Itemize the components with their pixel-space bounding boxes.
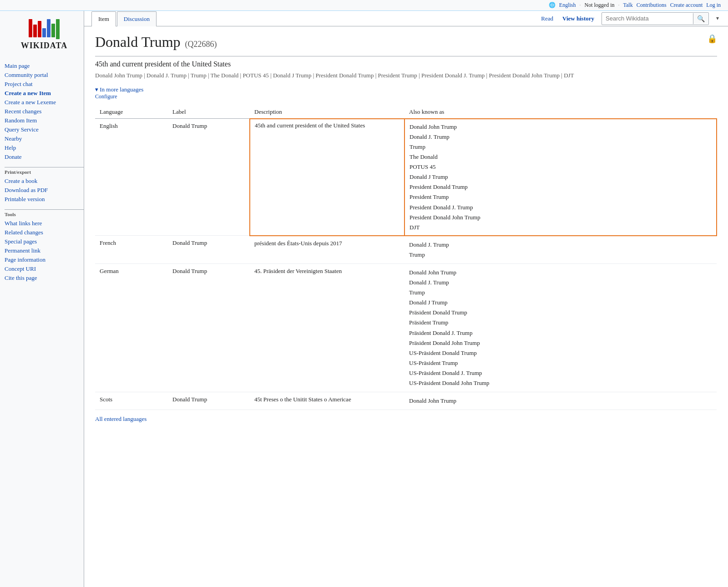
sidebar-item-nearby[interactable]: Nearby (5, 134, 84, 143)
sidebar-item-create-book[interactable]: Create a book (5, 177, 84, 186)
alias-item: Donald J Trump (409, 298, 712, 308)
search-button[interactable]: 🔍 (693, 13, 708, 24)
tabs-right: Read View history 🔍 ▾ (539, 11, 721, 26)
sidebar-item-related-changes[interactable]: Related changes (5, 228, 84, 237)
sidebar-logo: WIKIDATA (5, 15, 84, 54)
alias-item: Donald J. Trump (409, 278, 712, 288)
sidebar-item-page-information[interactable]: Page information (5, 255, 84, 264)
all-languages-link[interactable]: All entered languages (95, 415, 717, 423)
language-table: Language Label Description Also known as… (95, 106, 717, 410)
table-row: EnglishDonald Trump45th and current pres… (95, 119, 717, 236)
logo-bar-7 (56, 19, 60, 39)
also-known-as-cell: Donald J. TrumpTrump (404, 236, 717, 264)
alias-item: President Donald John Trump (410, 213, 712, 223)
top-bar: 🌐 English · Not logged in · Talk Contrib… (0, 0, 728, 11)
sidebar-item-random-item[interactable]: Random Item (5, 116, 84, 125)
table-row: GermanDonald Trump45. Präsident der Vere… (95, 264, 717, 392)
lang-cell: English (95, 119, 168, 236)
also-known-as-cell: Donald John Trump (404, 392, 717, 410)
sidebar-item-community-portal[interactable]: Community portal (5, 71, 84, 80)
col-label: Label (168, 106, 250, 119)
tab-bar: Item Discussion Read View history 🔍 ▾ (84, 11, 728, 26)
language-link[interactable]: English (559, 2, 576, 9)
alias-item: Trump (409, 288, 712, 298)
in-more-languages: ▾ In more languages Configure (95, 86, 717, 100)
sidebar-item-concept-uri[interactable]: Concept URI (5, 264, 84, 273)
alias-item: Präsident Trump (409, 318, 712, 328)
lang-cell: German (95, 264, 168, 392)
col-also-known-as: Also known as (404, 106, 717, 119)
sidebar-tools-section: Tools What links here Related changes Sp… (5, 209, 84, 283)
lang-cell: French (95, 236, 168, 264)
title-separator (95, 56, 717, 56)
logo-bar-3 (38, 21, 41, 37)
description-cell: 45th and current president of the United… (250, 119, 404, 236)
talk-link[interactable]: Talk (623, 2, 633, 9)
logo-bar-5 (47, 19, 51, 37)
log-in-link[interactable]: Log in (706, 2, 721, 9)
in-more-languages-link[interactable]: ▾ In more languages (95, 86, 143, 93)
sidebar-item-project-chat[interactable]: Project chat (5, 80, 84, 89)
tab-discussion[interactable]: Discussion (117, 11, 157, 26)
content: Item Discussion Read View history 🔍 ▾ (84, 11, 728, 587)
tab-view-history[interactable]: View history (561, 11, 596, 26)
sidebar-item-cite-page[interactable]: Cite this page (5, 273, 84, 283)
sidebar-item-special-pages[interactable]: Special pages (5, 237, 84, 246)
logo-bar-2 (33, 25, 37, 37)
label-cell: Donald Trump (168, 236, 250, 264)
lang-cell: Scots (95, 392, 168, 410)
description-cell: 45. Präsident der Vereinigten Staaten (250, 264, 404, 392)
alias-item: President Donald Trump (410, 182, 712, 192)
alias-item: POTUS 45 (410, 162, 712, 172)
article: Donald Trump (Q22686) 🔒 45th and current… (84, 26, 728, 430)
lock-icon: 🔒 (707, 34, 717, 44)
label-cell: Donald Trump (168, 264, 250, 392)
article-title-name: Donald Trump (95, 34, 181, 51)
description-cell: 45t Preses o the Unitit States o America… (250, 392, 404, 410)
sidebar-item-printable[interactable]: Printable version (5, 195, 84, 204)
dropdown-arrow[interactable]: ▾ (714, 15, 721, 22)
sidebar-item-create-new-item[interactable]: Create a new Item (5, 89, 84, 98)
tabs-left: Item Discussion (91, 11, 157, 26)
alias-item: President Donald J. Trump (410, 202, 712, 213)
logo-text: WIKIDATA (21, 41, 67, 51)
sidebar-item-donate[interactable]: Donate (5, 152, 84, 162)
also-known-as-cell: Donald John TrumpDonald J. TrumpTrumpDon… (404, 264, 717, 392)
label-cell: Donald Trump (168, 119, 250, 236)
search-box: 🔍 (602, 12, 709, 25)
sidebar-item-recent-changes[interactable]: Recent changes (5, 107, 84, 116)
sidebar-item-permanent-link[interactable]: Permanent link (5, 246, 84, 255)
sidebar-item-help[interactable]: Help (5, 143, 84, 152)
logo-bar-6 (51, 24, 55, 37)
sidebar-item-main-page[interactable]: Main page (5, 61, 84, 71)
top-bar-links: 🌐 English · Not logged in · Talk Contrib… (549, 2, 721, 9)
alias-item: US-Präsident Donald John Trump (409, 378, 712, 388)
sidebar-item-create-new-lexeme[interactable]: Create a new Lexeme (5, 98, 84, 107)
logo-bars (29, 19, 60, 39)
configure-link[interactable]: Configure (95, 93, 717, 100)
alias-item: US-Präsident Donald Trump (409, 348, 712, 358)
table-row: ScotsDonald Trump45t Preses o the Unitit… (95, 392, 717, 410)
tab-read[interactable]: Read (539, 11, 555, 26)
alias-item: Donald John Trump (410, 122, 712, 132)
wikidata-logo: WIKIDATA (8, 19, 80, 51)
description-cell: président des États-Unis depuis 2017 (250, 236, 404, 264)
alias-item: Donald John Trump (409, 396, 712, 406)
create-account-link[interactable]: Create account (670, 2, 703, 9)
not-logged-in: Not logged in (585, 2, 615, 9)
alias-item: Trump (410, 142, 712, 152)
label-cell: Donald Trump (168, 392, 250, 410)
sidebar-item-query-service[interactable]: Query Service (5, 125, 84, 134)
sidebar-item-download-pdf[interactable]: Download as PDF (5, 186, 84, 195)
alias-item: Präsident Donald Trump (409, 308, 712, 318)
layout: WIKIDATA Main page Community portal Proj… (0, 11, 728, 587)
alias-item: Präsident Donald John Trump (409, 338, 712, 348)
article-title: Donald Trump (Q22686) (95, 34, 217, 51)
search-input[interactable] (602, 13, 693, 24)
article-description: 45th and current president of the United… (95, 60, 717, 68)
sidebar-item-what-links-here[interactable]: What links here (5, 219, 84, 228)
tab-item[interactable]: Item (91, 11, 116, 26)
alias-item: US-Präsident Donald J. Trump (409, 368, 712, 378)
contributions-link[interactable]: Contributions (637, 2, 667, 9)
sidebar-print-section: Print/export Create a book Download as P… (5, 167, 84, 204)
